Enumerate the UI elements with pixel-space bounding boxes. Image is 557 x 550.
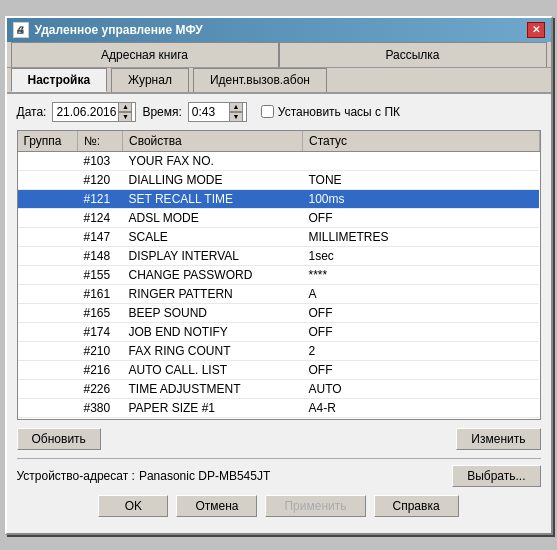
cell-group — [18, 227, 78, 246]
cell-property: JOB END NOTIFY — [123, 322, 303, 341]
cancel-button[interactable]: Отмена — [176, 495, 257, 517]
cell-status: 1sec — [303, 246, 540, 265]
apply-button[interactable]: Применить — [265, 495, 365, 517]
table-row[interactable]: #155 CHANGE PASSWORD **** — [18, 265, 540, 284]
date-field[interactable] — [56, 105, 116, 119]
settings-table-container[interactable]: Группа №: Свойства Статус #103 YOUR FAX … — [17, 130, 541, 420]
cell-num: #165 — [78, 303, 123, 322]
date-label: Дата: — [17, 105, 47, 119]
settings-table: Группа №: Свойства Статус #103 YOUR FAX … — [18, 131, 540, 420]
date-up-arrow[interactable]: ▲ — [118, 102, 132, 112]
cell-status — [303, 151, 540, 170]
table-row[interactable]: #174 JOB END NOTIFY OFF — [18, 322, 540, 341]
date-down-arrow[interactable]: ▼ — [118, 112, 132, 122]
action-button-row: Обновить Изменить — [17, 428, 541, 450]
table-header-row: Группа №: Свойства Статус — [18, 131, 540, 152]
cell-status: A — [303, 284, 540, 303]
cell-property: ADSL MODE — [123, 208, 303, 227]
table-row[interactable]: #161 RINGER PATTERN A — [18, 284, 540, 303]
cell-property: YOUR FAX NO. — [123, 151, 303, 170]
time-field[interactable] — [192, 105, 227, 119]
cell-num: #121 — [78, 189, 123, 208]
cell-status: 2 — [303, 341, 540, 360]
tab-ident[interactable]: Идент.вызов.абон — [193, 68, 327, 92]
cell-num: #226 — [78, 379, 123, 398]
time-input-wrapper[interactable]: ▲ ▼ — [188, 102, 247, 122]
tab-journal[interactable]: Журнал — [111, 68, 189, 92]
time-spinner[interactable]: ▲ ▼ — [229, 102, 243, 122]
cell-status: MILLIMETRES — [303, 227, 540, 246]
cell-group — [18, 170, 78, 189]
cell-group — [18, 417, 78, 420]
cell-group — [18, 303, 78, 322]
change-button[interactable]: Изменить — [456, 428, 540, 450]
tabs-row1: Адресная книга Рассылка — [7, 42, 551, 68]
app-icon: 🖨 — [13, 22, 29, 38]
col-property: Свойства — [123, 131, 303, 152]
cell-num: #380 — [78, 398, 123, 417]
table-row[interactable]: #210 FAX RING COUNT 2 — [18, 341, 540, 360]
cell-status: **** — [303, 265, 540, 284]
cell-group — [18, 151, 78, 170]
sync-checkbox[interactable] — [261, 105, 274, 118]
cell-status: OFF — [303, 360, 540, 379]
table-row[interactable]: #380 PAPER SIZE #1 A4-R — [18, 398, 540, 417]
cell-status: AUTO — [303, 379, 540, 398]
cell-group — [18, 398, 78, 417]
table-row[interactable]: #121 SET RECALL TIME 100ms — [18, 189, 540, 208]
device-label-area: Устройство-адресат : Panasonic DP-MB545J… — [17, 469, 271, 483]
sync-checkbox-label[interactable]: Установить часы с ПК — [261, 105, 400, 119]
table-row[interactable]: #147 SCALE MILLIMETRES — [18, 227, 540, 246]
cell-num: #103 — [78, 151, 123, 170]
cell-num: #120 — [78, 170, 123, 189]
cell-group — [18, 379, 78, 398]
cell-property: AUTO CALL. LIST — [123, 360, 303, 379]
cell-status: TONE — [303, 170, 540, 189]
window-title: Удаленное управление МФУ — [35, 23, 203, 37]
cell-property: DIALLING MODE — [123, 170, 303, 189]
table-row[interactable]: #165 BEEP SOUND OFF — [18, 303, 540, 322]
cell-status: A4-R — [303, 417, 540, 420]
tab-mailing[interactable]: Рассылка — [279, 42, 547, 67]
cell-num: #124 — [78, 208, 123, 227]
cell-property: DISPLAY INTERVAL — [123, 246, 303, 265]
tabs-row2: Настройка Журнал Идент.вызов.абон — [7, 68, 551, 94]
help-button[interactable]: Справка — [374, 495, 459, 517]
tab-settings[interactable]: Настройка — [11, 68, 108, 92]
table-row[interactable]: #148 DISPLAY INTERVAL 1sec — [18, 246, 540, 265]
select-device-button[interactable]: Выбрать... — [452, 465, 540, 487]
title-bar: 🖨 Удаленное управление МФУ ✕ — [7, 18, 551, 42]
time-down-arrow[interactable]: ▼ — [229, 112, 243, 122]
cell-status: OFF — [303, 303, 540, 322]
device-row: Устройство-адресат : Panasonic DP-MB545J… — [17, 458, 541, 487]
cell-property: CHANGE PASSWORD — [123, 265, 303, 284]
date-time-row: Дата: ▲ ▼ Время: ▲ ▼ Установить часы с П… — [17, 102, 541, 122]
table-row[interactable]: #103 YOUR FAX NO. — [18, 151, 540, 170]
refresh-button[interactable]: Обновить — [17, 428, 101, 450]
col-status: Статус — [303, 131, 540, 152]
cell-num: #216 — [78, 360, 123, 379]
bottom-button-row: OK Отмена Применить Справка — [17, 495, 541, 525]
table-row[interactable]: #216 AUTO CALL. LIST OFF — [18, 360, 540, 379]
tab-address-book[interactable]: Адресная книга — [11, 42, 279, 67]
close-button[interactable]: ✕ — [527, 22, 545, 38]
title-bar-left: 🖨 Удаленное управление МФУ — [13, 22, 203, 38]
date-spinner[interactable]: ▲ ▼ — [118, 102, 132, 122]
cell-status: A4-R — [303, 398, 540, 417]
main-window: 🖨 Удаленное управление МФУ ✕ Адресная кн… — [5, 16, 553, 535]
cell-status: OFF — [303, 208, 540, 227]
cell-group — [18, 189, 78, 208]
table-row[interactable]: #124 ADSL MODE OFF — [18, 208, 540, 227]
cell-group — [18, 246, 78, 265]
cell-num: #148 — [78, 246, 123, 265]
date-input-wrapper[interactable]: ▲ ▼ — [52, 102, 136, 122]
table-row[interactable]: #226 TIME ADJUSTMENT AUTO — [18, 379, 540, 398]
table-row[interactable]: #120 DIALLING MODE TONE — [18, 170, 540, 189]
ok-button[interactable]: OK — [98, 495, 168, 517]
cell-num: #161 — [78, 284, 123, 303]
cell-num: #381 — [78, 417, 123, 420]
time-up-arrow[interactable]: ▲ — [229, 102, 243, 112]
cell-num: #210 — [78, 341, 123, 360]
content-area: Дата: ▲ ▼ Время: ▲ ▼ Установить часы с П… — [7, 94, 551, 533]
table-row[interactable]: #381 PAPER SIZE #2 A4-R — [18, 417, 540, 420]
